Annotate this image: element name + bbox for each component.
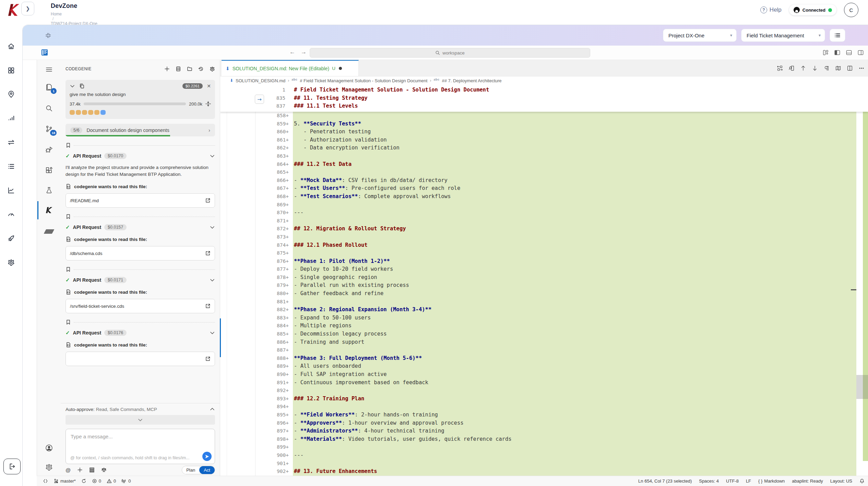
file-chip[interactable]: /README.md	[66, 193, 215, 208]
line-chart-icon[interactable]	[0, 178, 22, 202]
menu-icon[interactable]	[37, 63, 61, 76]
file-chip[interactable]: /srv/field-ticket-service.cds	[66, 299, 215, 313]
transfer-arrows-icon[interactable]	[0, 130, 22, 154]
bookmark-icon[interactable]	[66, 319, 71, 325]
tab-solution-design[interactable]: ⬇ SOLUTION_DESIGN.md: New File (Editable…	[222, 60, 359, 76]
customize-layout-icon[interactable]	[822, 49, 829, 56]
expand-section-button[interactable]	[66, 415, 215, 425]
bell-icon[interactable]	[859, 478, 865, 484]
close-icon[interactable]: ✕	[207, 83, 211, 89]
logout-button[interactable]	[3, 459, 21, 474]
diff-editor[interactable]: 1 # Field Ticket Management Solution - S…	[220, 85, 868, 476]
rocket-icon[interactable]	[0, 226, 22, 250]
abaplint-item[interactable]: abaplint: Ready	[792, 478, 823, 484]
panel-resize-sash[interactable]	[220, 318, 221, 357]
message-input[interactable]: Type a message... @ for context, / slash…	[66, 429, 215, 464]
sidebar-collapse-button[interactable]: ❯	[21, 2, 34, 15]
history-icon[interactable]	[198, 66, 204, 72]
mention-icon[interactable]: @	[66, 467, 71, 473]
copy-icon[interactable]	[79, 83, 85, 89]
scrollbar-thumb[interactable]	[856, 375, 868, 399]
explorer-icon[interactable]: 1	[37, 80, 61, 94]
map-outline-icon[interactable]	[835, 65, 841, 71]
test-beaker-icon[interactable]	[37, 183, 61, 197]
split-editor-icon[interactable]	[847, 65, 853, 71]
auto-approve-row[interactable]: Auto-approve: Read, Safe Commands, MCP	[66, 403, 215, 415]
help-button[interactable]: ? Help	[760, 7, 782, 13]
open-external-icon[interactable]	[205, 356, 211, 362]
folder-icon[interactable]	[187, 66, 192, 72]
nav-back-icon[interactable]: ←	[289, 49, 295, 56]
avatar[interactable]: C	[844, 3, 858, 17]
balance-scale-icon[interactable]	[101, 467, 107, 473]
manage-gear-icon[interactable]	[37, 460, 61, 474]
new-chat-icon[interactable]	[164, 66, 170, 72]
breadcrumb-item[interactable]: Home	[51, 12, 62, 16]
find-in-diff-icon[interactable]	[788, 65, 795, 71]
account-icon[interactable]	[37, 441, 61, 455]
warnings-item[interactable]: 0	[107, 478, 116, 484]
codegenie-panel-icon[interactable]	[41, 49, 48, 56]
chat-list-icon[interactable]	[176, 66, 181, 72]
breadcrumb-symbol[interactable]: ## 7. Deployment Architecture	[442, 78, 501, 83]
errors-item[interactable]: 0	[92, 478, 101, 484]
more-actions-icon[interactable]	[858, 65, 865, 71]
location-pin-icon[interactable]	[0, 82, 22, 106]
collapse-context-icon[interactable]	[205, 101, 211, 107]
codegenie-k-icon[interactable]	[37, 203, 61, 217]
chevron-down-icon[interactable]	[210, 277, 215, 283]
list-icon[interactable]	[0, 154, 22, 178]
file-chip[interactable]: /db/schema.cds	[66, 246, 215, 260]
chevron-down-icon[interactable]	[210, 153, 215, 159]
chevron-down-icon[interactable]	[210, 224, 215, 230]
breadcrumb-file[interactable]: SOLUTION_DESIGN.md	[236, 78, 285, 83]
next-change-icon[interactable]	[812, 65, 818, 71]
chevron-down-icon[interactable]	[210, 330, 215, 336]
open-external-icon[interactable]	[205, 303, 211, 309]
source-control-icon[interactable]: 18	[37, 122, 61, 136]
search-icon[interactable]	[37, 101, 61, 115]
line-col-item[interactable]: Ln 654, Col 7 (23 selected)	[638, 478, 692, 484]
app-select[interactable]: Field Ticket Management ▾	[741, 29, 825, 42]
apps-grid-icon[interactable]	[0, 58, 22, 82]
run-debug-icon[interactable]	[37, 143, 61, 157]
pilcrow-icon[interactable]	[823, 65, 830, 71]
home-icon[interactable]	[0, 34, 22, 58]
toggle-right-panel-icon[interactable]	[857, 49, 864, 56]
task-progress-item[interactable]: 5/6 Document solution design components …	[66, 124, 215, 136]
kiro-panel-icon[interactable]	[37, 224, 61, 238]
settings-gear-icon[interactable]	[0, 250, 22, 274]
gauge-icon[interactable]	[0, 202, 22, 226]
nav-forward-icon[interactable]: →	[301, 49, 307, 56]
toggle-left-panel-icon[interactable]	[834, 49, 841, 56]
send-button[interactable]	[202, 452, 212, 461]
bookmark-icon[interactable]	[66, 143, 71, 148]
indentation-item[interactable]: Spaces: 4	[699, 478, 719, 484]
keyboard-layout-item[interactable]: Layout: US	[830, 478, 852, 484]
open-external-icon[interactable]	[205, 251, 211, 256]
toggle-bottom-panel-icon[interactable]	[846, 49, 852, 56]
file-chip[interactable]	[66, 352, 215, 366]
chevron-down-icon[interactable]	[70, 83, 75, 89]
github-connected-badge[interactable]: Connected	[789, 4, 836, 15]
rules-icon[interactable]	[89, 467, 95, 473]
eol-item[interactable]: LF	[746, 478, 751, 484]
ports-item[interactable]: 0	[121, 478, 131, 484]
goto-change-button[interactable]: →	[255, 95, 264, 104]
collapse-panel-icon[interactable]	[45, 33, 51, 38]
language-item[interactable]: { } Markdown	[758, 478, 785, 484]
breadcrumb-symbol[interactable]: # Field Ticket Management Solution - Sol…	[300, 78, 427, 83]
bookmark-icon[interactable]	[66, 267, 71, 272]
gear-icon[interactable]	[210, 66, 215, 72]
extensions-icon[interactable]	[37, 163, 61, 177]
bookmark-icon[interactable]	[66, 214, 71, 219]
sync-icon[interactable]	[81, 478, 86, 484]
signal-bars-icon[interactable]	[0, 106, 22, 130]
remote-indicator-icon[interactable]	[43, 478, 48, 484]
previous-change-icon[interactable]	[800, 65, 806, 71]
act-mode-button[interactable]: Act	[199, 466, 215, 474]
project-select[interactable]: Project DX-One ▾	[663, 29, 737, 42]
open-changes-icon[interactable]	[777, 65, 783, 71]
add-context-icon[interactable]	[77, 467, 83, 473]
encoding-item[interactable]: UTF-8	[726, 478, 739, 484]
